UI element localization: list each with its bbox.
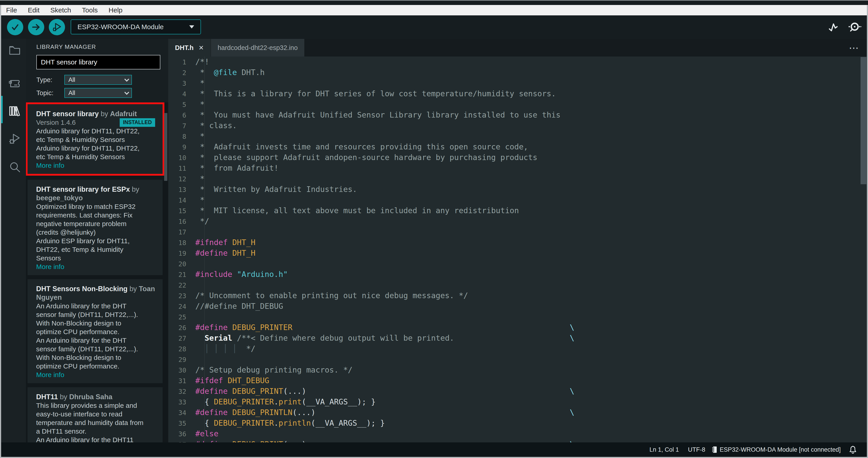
library-version: Version 1.4.6INSTALLED	[36, 118, 157, 127]
topic-filter-select[interactable]: All	[64, 88, 132, 98]
line-number: 35	[168, 418, 195, 429]
code-line: 6 * You must have Adafruit Unified Senso…	[168, 110, 867, 120]
library-description-line: (credits @helijunky)	[36, 228, 157, 237]
tab-label: DHT.h	[175, 44, 193, 52]
code-line: 1/*!	[168, 57, 867, 67]
code-line: 14 *	[168, 195, 867, 205]
code-line: 37#define DEBUG_PRINT(...) \	[168, 439, 867, 442]
library-search-input[interactable]	[36, 55, 160, 69]
verify-button[interactable]	[7, 19, 23, 35]
code-line: 17	[168, 227, 867, 237]
library-description-line: Sensors	[36, 254, 157, 262]
books-icon	[8, 105, 21, 117]
topic-filter-label: Topic:	[36, 89, 64, 97]
sidebar-item-sketchbook[interactable]	[8, 44, 21, 57]
type-filter-select[interactable]: All	[64, 75, 132, 85]
toolbar: ESP32-WROOM-DA Module	[1, 16, 867, 39]
line-number: 9	[168, 142, 195, 152]
line-number: 36	[168, 429, 195, 439]
serial-plotter-button[interactable]	[828, 16, 840, 39]
code-area[interactable]: 1/*!2 * @file DHT.h3 *4 * This is a libr…	[168, 57, 867, 442]
sidebar-item-debug[interactable]	[8, 133, 21, 145]
code-line: 2 * @file DHT.h	[168, 67, 867, 78]
menu-item-edit[interactable]: Edit	[22, 5, 45, 16]
debug-button[interactable]	[49, 19, 65, 35]
library-description-line: a DHT11 sensor.	[36, 427, 157, 436]
library-description-line: temperature and humidity data from	[36, 419, 157, 427]
folder-icon	[8, 44, 21, 57]
line-number: 33	[168, 397, 195, 408]
editor-area: DHT.h✕hardcoded-dht22-esp32.ino ⋯ 1/*!2 …	[168, 39, 867, 442]
menu-bar: FileEditSketchToolsHelp	[1, 5, 867, 16]
panel-scrollbar[interactable]	[164, 113, 167, 181]
line-number: 19	[168, 248, 195, 259]
tab-hardcoded-dht22-esp32.ino[interactable]: hardcoded-dht22-esp32.ino	[211, 39, 305, 57]
code-line: 34#define DEBUG_PRINTLN(...) \	[168, 407, 867, 418]
more-info-link[interactable]: More info	[36, 262, 157, 271]
line-number: 21	[168, 269, 195, 280]
sidebar-item-boards-manager[interactable]	[8, 77, 21, 89]
library-description-line: requirements. Last changes: Fix	[36, 211, 157, 220]
arrow-right-icon	[32, 23, 41, 32]
library-description-line: easy-to-use interface to read	[36, 410, 157, 419]
line-number: 30	[168, 365, 195, 376]
board-selector-dropdown[interactable]: ESP32-WROOM-DA Module	[71, 20, 201, 34]
line-number: 24	[168, 301, 195, 312]
editor-scrollbar[interactable]	[861, 57, 866, 184]
line-number: 37	[168, 439, 195, 442]
serial-monitor-button[interactable]	[847, 16, 862, 39]
library-card-title: DHT sensor library by Adafruit	[36, 110, 157, 118]
library-card[interactable]: DHT Sensors Non-Blocking by Toan NguyenA…	[28, 279, 162, 383]
debug-bug-play-icon	[52, 22, 62, 32]
code-line: 32#define DEBUG_PRINT(...) \	[168, 386, 867, 397]
menu-item-help[interactable]: Help	[103, 5, 128, 16]
menu-item-tools[interactable]: Tools	[76, 5, 103, 16]
line-number: 16	[168, 216, 195, 227]
line-number: 29	[168, 354, 195, 365]
tab-DHT.h[interactable]: DHT.h✕	[168, 39, 211, 57]
code-line: 18#ifndef DHT_H	[168, 237, 867, 248]
code-line: 33 { DEBUG_PRINTER.print(__VA_ARGS__); }	[168, 397, 867, 407]
code-line: 19#define DHT_H	[168, 248, 867, 258]
library-description-line: An Arduino library for the DHT	[36, 302, 157, 310]
chevron-down-icon	[124, 77, 129, 82]
editor-tab-bar: DHT.h✕hardcoded-dht22-esp32.ino	[168, 39, 867, 57]
line-number: 17	[168, 227, 195, 237]
library-card[interactable]: DHT sensor library by AdafruitVersion 1.…	[28, 104, 162, 174]
line-number: 12	[168, 174, 195, 184]
encoding-label[interactable]: UTF-8	[688, 446, 706, 453]
line-number: 5	[168, 99, 195, 110]
close-icon[interactable]: ✕	[198, 44, 204, 52]
library-card[interactable]: DHT11 by Dhruba SahaThis library provide…	[28, 387, 162, 442]
code-line: 25	[168, 312, 867, 322]
more-info-link[interactable]: More info	[36, 371, 157, 379]
library-card[interactable]: DHT sensor library for ESPx by beegee_to…	[28, 180, 162, 275]
window-border	[0, 457, 868, 458]
code-line: 36#else	[168, 428, 867, 439]
window-border	[867, 5, 868, 458]
sidebar-item-library-manager[interactable]	[8, 105, 21, 117]
code-line: 11 * from Adafruit!	[168, 163, 867, 173]
code-line: 12 *	[168, 173, 867, 184]
tab-overflow-menu[interactable]: ⋯	[849, 39, 860, 57]
line-number: 14	[168, 195, 195, 206]
library-description-line: optimize CPU performance.	[36, 327, 157, 336]
upload-button[interactable]	[28, 19, 44, 35]
code-line: 35 { DEBUG_PRINTER.println(__VA_ARGS__);…	[168, 418, 867, 428]
code-line: 9 * Adafruit invests time and resources …	[168, 142, 867, 152]
library-card-title: DHT11 by Dhruba Saha	[36, 393, 157, 401]
more-info-link[interactable]: More info	[36, 161, 157, 170]
cursor-position[interactable]: Ln 1, Col 1	[649, 446, 679, 453]
status-board[interactable]: ESP32-WROOM-DA Module [not connected]	[712, 446, 841, 454]
highlight-annotation-box: DHT sensor library by AdafruitVersion 1.…	[26, 103, 164, 176]
line-number: 20	[168, 259, 195, 269]
sidebar-item-search[interactable]	[8, 161, 21, 174]
line-number: 23	[168, 291, 195, 301]
line-number: 25	[168, 312, 195, 322]
library-description-line: An Arduino library for the DHT11	[36, 436, 157, 442]
line-number: 18	[168, 237, 195, 248]
line-number: 31	[168, 376, 195, 387]
bell-icon[interactable]	[849, 445, 857, 454]
menu-item-sketch[interactable]: Sketch	[45, 5, 76, 16]
menu-item-file[interactable]: File	[6, 5, 22, 16]
